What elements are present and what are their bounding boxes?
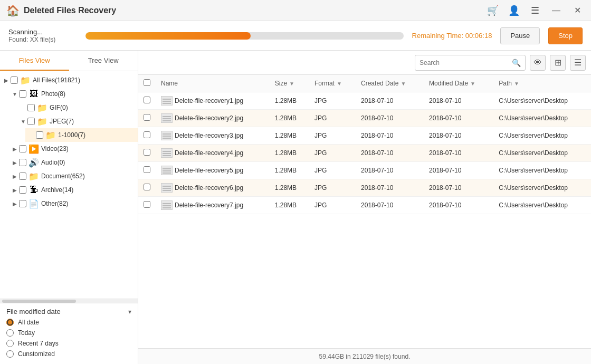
- table-row[interactable]: Delete-file-recovery2.jpg 1.28MB JPG 201…: [138, 110, 591, 127]
- row-modified: 2018-07-10: [424, 127, 493, 145]
- table-row[interactable]: Delete-file-recovery7.jpg 1.28MB JPG 201…: [138, 197, 591, 214]
- scan-info: Scanning... Found: XX file(s): [8, 28, 77, 43]
- row-checkbox[interactable]: [144, 114, 150, 121]
- row-checkbox[interactable]: [144, 166, 150, 173]
- expand-document[interactable]: ▶: [11, 172, 19, 180]
- row-checkbox[interactable]: [144, 184, 150, 190]
- table-row[interactable]: Delete-file-recovery5.jpg 1.28MB JPG 201…: [138, 162, 591, 179]
- row-name: Delete-file-recovery1.jpg: [156, 92, 270, 110]
- checkbox-all[interactable]: [11, 76, 18, 84]
- th-created[interactable]: Created Date▼: [356, 75, 424, 92]
- expand-video[interactable]: ▶: [11, 145, 19, 153]
- tree-item-audio[interactable]: ▶ 🔊 Audio(0): [8, 156, 138, 169]
- select-all-checkbox[interactable]: [144, 79, 150, 86]
- filter-label-recent7: Recent 7 days: [18, 340, 59, 347]
- row-created: 2018-07-10: [356, 162, 424, 179]
- checkbox-jpeg[interactable]: [27, 118, 35, 125]
- filter-header[interactable]: File modified date ▾: [6, 308, 131, 315]
- stop-button[interactable]: Stop: [548, 27, 583, 44]
- tree-item-jpeg[interactable]: ▼ 📁 JPEG(7): [17, 114, 138, 128]
- tab-tree-view[interactable]: Tree View: [69, 51, 138, 71]
- filter-option-today[interactable]: Today: [6, 329, 131, 337]
- checkbox-archive[interactable]: [19, 186, 26, 194]
- tree-item-video[interactable]: ▶ ▶️ Video(23): [8, 142, 138, 156]
- minimize-button[interactable]: —: [549, 3, 564, 18]
- search-input[interactable]: [420, 59, 512, 66]
- checkbox-document[interactable]: [19, 173, 26, 180]
- expand-audio[interactable]: ▶: [11, 158, 19, 167]
- table-row[interactable]: Delete-file-recovery6.jpg 1.28MB JPG 201…: [138, 179, 591, 197]
- expand-archive[interactable]: ▶: [11, 186, 19, 194]
- filter-option-custom[interactable]: Cunstomized: [6, 350, 131, 358]
- radio-recent7[interactable]: [6, 340, 14, 347]
- tree-item-all[interactable]: ▶ 📁 All Files(191821): [0, 73, 138, 87]
- tab-files-view[interactable]: Files View: [0, 51, 69, 71]
- account-icon[interactable]: 👤: [507, 3, 521, 18]
- tree-item-photo[interactable]: ▼ 🖼 Photo(8): [8, 87, 138, 101]
- table-body: Delete-file-recovery1.jpg 1.28MB JPG 201…: [138, 92, 591, 214]
- expand-all[interactable]: ▶: [2, 76, 11, 84]
- checkbox-audio[interactable]: [19, 159, 26, 166]
- row-checkbox[interactable]: [144, 149, 150, 156]
- progress-container: [85, 32, 404, 40]
- expand-photo[interactable]: ▼: [11, 90, 19, 98]
- row-checkbox-cell: [138, 162, 156, 179]
- row-checkbox[interactable]: [144, 131, 150, 138]
- search-box: 🔍: [415, 55, 526, 71]
- tree-item-archive[interactable]: ▶ 🗜 Archive(14): [8, 183, 138, 197]
- list-view-button[interactable]: ☰: [570, 55, 586, 71]
- th-size[interactable]: Size▼: [270, 75, 309, 92]
- label-1000: 1-1000(7): [58, 131, 85, 139]
- row-path: C:\Users\server\Desktop: [493, 179, 591, 197]
- tree-item-1000[interactable]: ▶ 📁 1-1000(7): [25, 128, 138, 142]
- th-modified[interactable]: Modified Date▼: [424, 75, 493, 92]
- photo-icon: 🖼: [28, 89, 39, 99]
- checkbox-1000[interactable]: [36, 131, 43, 139]
- cart-icon[interactable]: 🛒: [485, 3, 500, 18]
- menu-icon[interactable]: ☰: [528, 3, 542, 18]
- file-tree: ▶ 📁 All Files(191821) ▼ 🖼 Photo(8) ▶ 📁 G…: [0, 71, 138, 299]
- table-row[interactable]: Delete-file-recovery4.jpg 1.28MB JPG 201…: [138, 145, 591, 162]
- scrollbar-thumb[interactable]: [2, 300, 76, 303]
- tree-item-other[interactable]: ▶ 📄 Other(82): [8, 197, 138, 210]
- preview-view-button[interactable]: 👁: [530, 55, 546, 71]
- row-size: 1.28MB: [270, 92, 309, 110]
- table-row[interactable]: Delete-file-recovery3.jpg 1.28MB JPG 201…: [138, 127, 591, 145]
- row-checkbox[interactable]: [144, 201, 150, 208]
- close-button[interactable]: ✕: [570, 3, 585, 18]
- sort-modified-icon: ▼: [470, 81, 475, 87]
- th-name[interactable]: Name: [156, 75, 270, 92]
- row-created: 2018-07-10: [356, 145, 424, 162]
- app-title: Deleted Files Recovery: [24, 6, 485, 15]
- grid-view-button[interactable]: ⊞: [550, 55, 566, 71]
- filter-option-recent7[interactable]: Recent 7 days: [6, 340, 131, 347]
- expand-other[interactable]: ▶: [11, 199, 19, 208]
- th-format[interactable]: Format▼: [309, 75, 356, 92]
- radio-all[interactable]: [6, 319, 14, 326]
- filter-option-all[interactable]: All date: [6, 319, 131, 326]
- row-name: Delete-file-recovery3.jpg: [156, 127, 270, 145]
- checkbox-other[interactable]: [19, 200, 26, 207]
- folder-1000-icon: 📁: [45, 130, 56, 140]
- checkbox-video[interactable]: [19, 145, 26, 152]
- row-checkbox[interactable]: [144, 97, 150, 103]
- status-bar: 59.44GB in 211029 file(s) found.: [138, 348, 591, 364]
- pause-button[interactable]: Pause: [500, 27, 540, 44]
- row-size: 1.28MB: [270, 197, 309, 214]
- table-row[interactable]: Delete-file-recovery1.jpg 1.28MB JPG 201…: [138, 92, 591, 110]
- checkbox-photo[interactable]: [19, 90, 26, 98]
- radio-today[interactable]: [6, 329, 14, 337]
- status-text: 59.44GB in 211029 file(s) found.: [319, 353, 411, 360]
- tree-item-document[interactable]: ▶ 📁 Document(652): [8, 169, 138, 183]
- sort-created-icon: ▼: [401, 81, 406, 87]
- content-toolbar: 🔍 👁 ⊞ ☰: [138, 51, 591, 75]
- radio-custom[interactable]: [6, 350, 14, 358]
- label-other: Other(82): [41, 200, 68, 207]
- tree-item-gif[interactable]: ▶ 📁 GIF(0): [17, 101, 138, 114]
- th-path[interactable]: Path▼: [493, 75, 591, 92]
- expand-jpeg[interactable]: ▼: [19, 117, 27, 126]
- app-icon: 🏠: [6, 4, 20, 17]
- filter-header-label: File modified date: [6, 308, 61, 315]
- checkbox-gif[interactable]: [27, 104, 35, 111]
- row-checkbox-cell: [138, 127, 156, 145]
